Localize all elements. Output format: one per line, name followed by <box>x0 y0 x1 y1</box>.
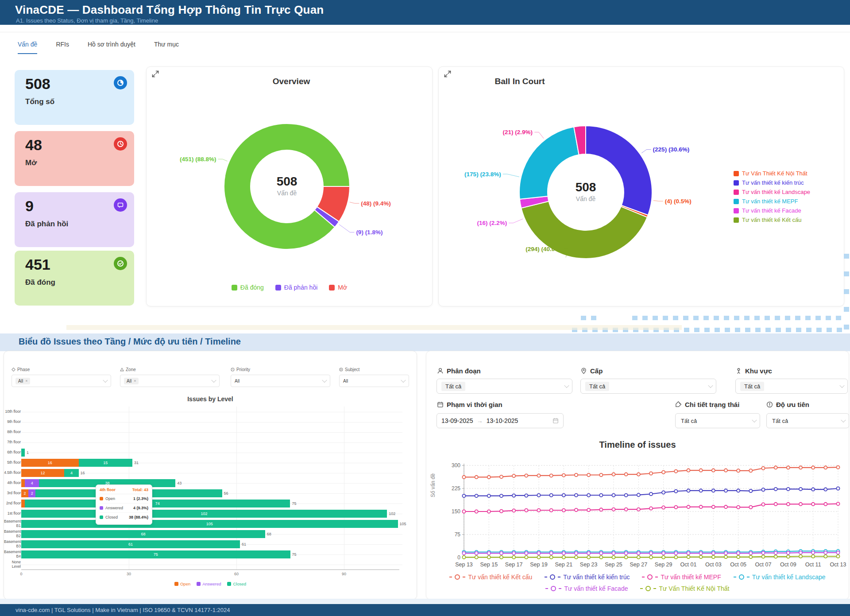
data-point-marker[interactable] <box>575 494 578 497</box>
data-point-marker[interactable] <box>737 489 740 492</box>
date-from[interactable]: 13-09-2025 <box>441 417 473 424</box>
data-point-marker[interactable] <box>674 506 677 509</box>
data-point-marker[interactable] <box>712 505 715 508</box>
data-point-marker[interactable] <box>537 556 540 559</box>
data-point-marker[interactable] <box>475 476 478 479</box>
data-point-marker[interactable] <box>687 469 690 472</box>
data-point-marker[interactable] <box>774 488 777 491</box>
data-point-marker[interactable] <box>761 467 765 470</box>
data-point-marker[interactable] <box>525 494 528 497</box>
data-point-marker[interactable] <box>662 471 665 474</box>
legend-item[interactable]: Tư vấn thiết kế kiến trúc <box>734 178 810 187</box>
tab-ho-so-trinh-duyet[interactable]: Hồ sơ trình duyệt <box>88 41 135 54</box>
data-point-marker[interactable] <box>749 489 752 492</box>
legend-item[interactable]: Tư vấn thiết kế MEPF <box>642 573 721 581</box>
timeline-chart[interactable]: 075150225300Sep 13Sep 15Sep 17Sep 19Sep … <box>444 459 845 574</box>
tab-thu-muc[interactable]: Thư mục <box>154 41 179 54</box>
data-point-marker[interactable] <box>687 555 690 558</box>
data-point-marker[interactable] <box>612 494 615 497</box>
data-point-marker[interactable] <box>550 552 553 555</box>
data-point-marker[interactable] <box>625 552 628 555</box>
data-point-marker[interactable] <box>625 508 628 511</box>
data-point-marker[interactable] <box>712 552 715 555</box>
bar-segment-open[interactable]: 16 <box>21 459 79 467</box>
data-point-marker[interactable] <box>637 508 640 511</box>
data-point-marker[interactable] <box>475 556 478 559</box>
data-point-marker[interactable] <box>500 475 503 478</box>
data-point-marker[interactable] <box>699 552 703 555</box>
bar-segment-closed[interactable] <box>21 449 25 457</box>
data-point-marker[interactable] <box>824 488 827 491</box>
bar-segment-closed[interactable]: 15 <box>79 459 133 467</box>
issues-by-level-chart[interactable]: 10th floor9th floor8th floor7th floor6th… <box>4 407 407 570</box>
data-point-marker[interactable] <box>699 505 703 508</box>
data-point-marker[interactable] <box>475 510 478 513</box>
data-point-marker[interactable] <box>824 503 827 506</box>
expand-icon[interactable] <box>444 70 451 77</box>
data-point-marker[interactable] <box>625 473 628 476</box>
filter-khu-vuc-select[interactable]: Tất cả <box>735 379 848 394</box>
data-point-marker[interactable] <box>662 552 665 555</box>
data-point-marker[interactable] <box>774 555 777 558</box>
filter-phase-select[interactable]: All× <box>12 375 111 387</box>
data-point-marker[interactable] <box>649 472 653 475</box>
data-point-marker[interactable] <box>462 476 465 479</box>
remove-tag-icon[interactable]: × <box>25 379 27 383</box>
data-point-marker[interactable] <box>512 509 515 512</box>
legend-item[interactable]: Mở <box>329 284 347 291</box>
data-point-marker[interactable] <box>687 552 690 555</box>
data-point-marker[interactable] <box>737 555 740 558</box>
data-point-marker[interactable] <box>787 555 790 558</box>
data-point-marker[interactable] <box>787 503 790 506</box>
filter-do-uu-tien-select[interactable]: Tất cả <box>766 413 849 428</box>
filter-phan-doan-select[interactable]: Tất cả <box>437 379 572 394</box>
legend-item[interactable]: Đã đóng <box>232 284 264 291</box>
data-point-marker[interactable] <box>674 556 677 559</box>
data-point-marker[interactable] <box>799 466 802 469</box>
data-point-marker[interactable] <box>587 556 590 559</box>
data-point-marker[interactable] <box>799 488 802 491</box>
filter-priority-select[interactable]: All <box>231 375 330 387</box>
data-point-marker[interactable] <box>761 488 765 491</box>
legend-item[interactable]: Tư Vấn Thiết Kế Nội Thất <box>734 169 810 178</box>
filter-zone-select[interactable]: All× <box>120 375 220 387</box>
data-point-marker[interactable] <box>550 556 553 559</box>
data-point-marker[interactable] <box>749 506 752 509</box>
data-point-marker[interactable] <box>525 509 528 512</box>
data-point-marker[interactable] <box>712 489 715 492</box>
data-point-marker[interactable] <box>599 508 603 511</box>
legend-item[interactable]: Đã phản hồi <box>275 284 318 291</box>
data-point-marker[interactable] <box>512 494 515 497</box>
data-point-marker[interactable] <box>836 466 839 469</box>
data-point-marker[interactable] <box>537 552 540 555</box>
data-point-marker[interactable] <box>550 509 553 512</box>
legend-item[interactable]: Tư Vấn Thiết Kế Nội Thất <box>640 585 729 592</box>
data-point-marker[interactable] <box>799 555 802 558</box>
data-point-marker[interactable] <box>749 469 752 472</box>
data-point-marker[interactable] <box>562 509 565 512</box>
data-point-marker[interactable] <box>462 494 465 497</box>
bar-segment-answered[interactable]: 4 <box>25 479 39 487</box>
data-point-marker[interactable] <box>724 552 727 555</box>
data-point-marker[interactable] <box>724 555 727 558</box>
bar-segment-closed[interactable]: 74 <box>25 500 290 508</box>
data-point-marker[interactable] <box>737 552 740 555</box>
data-point-marker[interactable] <box>562 556 565 559</box>
data-point-marker[interactable] <box>749 552 752 555</box>
data-point-marker[interactable] <box>599 494 603 497</box>
data-point-marker[interactable] <box>562 552 565 555</box>
data-point-marker[interactable] <box>811 503 815 506</box>
bar-segment-closed[interactable]: 68 <box>21 530 265 538</box>
data-point-marker[interactable] <box>500 510 503 513</box>
data-point-marker[interactable] <box>699 489 703 492</box>
data-point-marker[interactable] <box>787 551 790 554</box>
data-point-marker[interactable] <box>612 552 615 555</box>
data-point-marker[interactable] <box>462 510 465 513</box>
data-point-marker[interactable] <box>537 509 540 512</box>
data-point-marker[interactable] <box>824 551 827 554</box>
tab-rfis[interactable]: RFIs <box>56 41 69 54</box>
bar-segment-open[interactable] <box>21 479 25 487</box>
expand-icon[interactable] <box>152 70 159 77</box>
data-point-marker[interactable] <box>787 488 790 491</box>
data-point-marker[interactable] <box>475 552 478 555</box>
